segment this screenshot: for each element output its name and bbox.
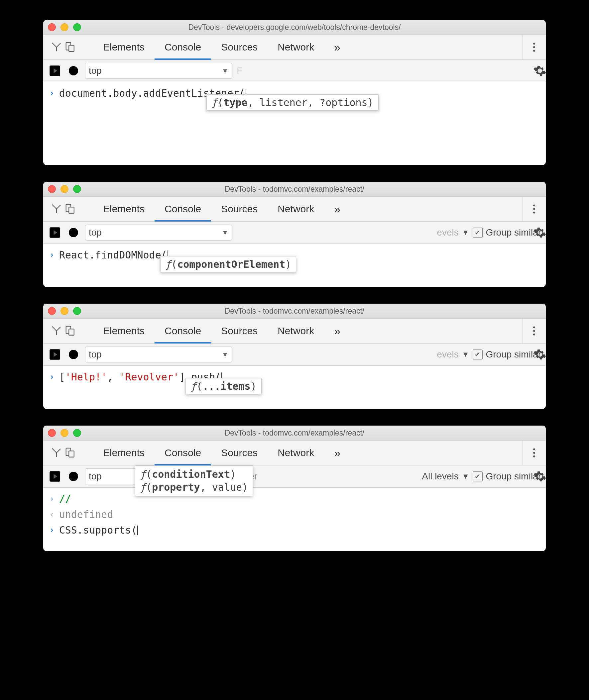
tab-sources[interactable]: Sources bbox=[211, 197, 267, 221]
levels-group: evels ▼ ✔ Group similar bbox=[437, 349, 541, 360]
gear-icon[interactable] bbox=[533, 470, 546, 483]
tab-console[interactable]: Console bbox=[155, 197, 211, 221]
clear-console-icon[interactable] bbox=[66, 226, 80, 240]
titlebar: DevTools - developers.google.com/web/too… bbox=[43, 20, 546, 35]
console-line[interactable]: ‹undefined bbox=[49, 506, 540, 522]
tab-console[interactable]: Console bbox=[155, 35, 211, 59]
zoom-icon[interactable] bbox=[73, 185, 81, 193]
chevron-down-icon[interactable]: ▼ bbox=[462, 228, 469, 237]
console-line[interactable]: ›CSS.supports( bbox=[49, 522, 540, 538]
console-code[interactable]: // bbox=[59, 493, 71, 505]
gear-icon[interactable] bbox=[533, 64, 546, 77]
console-body[interactable]: ›['Help!', 'Revolver'].push( bbox=[43, 366, 546, 409]
toggle-sidebar-icon[interactable] bbox=[48, 226, 62, 240]
group-similar-checkbox[interactable]: ✔ bbox=[473, 228, 482, 238]
chevron-down-icon: ▼ bbox=[222, 229, 228, 237]
toggle-sidebar-icon[interactable] bbox=[48, 348, 62, 361]
kebab-menu-icon[interactable] bbox=[522, 197, 546, 221]
tab-network[interactable]: Network bbox=[267, 440, 324, 465]
group-similar-checkbox[interactable]: ✔ bbox=[473, 350, 482, 359]
console-body[interactable]: ›//‹undefined›CSS.supports( bbox=[43, 488, 546, 551]
devtools-window: DevTools - todomvc.com/examples/react/ E… bbox=[43, 182, 546, 287]
svg-point-12 bbox=[533, 208, 535, 210]
minimize-icon[interactable] bbox=[60, 185, 68, 193]
context-label: top bbox=[89, 65, 102, 76]
prompt-icon: › bbox=[49, 525, 54, 535]
console-code[interactable]: undefined bbox=[59, 508, 113, 520]
console-line[interactable]: ›['Help!', 'Revolver'].push( bbox=[49, 369, 540, 385]
tab-sources[interactable]: Sources bbox=[211, 319, 267, 343]
kebab-menu-icon[interactable] bbox=[522, 35, 546, 59]
svg-point-25 bbox=[69, 350, 78, 359]
zoom-icon[interactable] bbox=[73, 23, 81, 31]
zoom-icon[interactable] bbox=[73, 307, 81, 315]
inspect-icon[interactable] bbox=[50, 447, 62, 459]
close-icon[interactable] bbox=[48, 23, 56, 31]
tab-sources[interactable]: Sources bbox=[211, 35, 267, 59]
devtools-window: DevTools - developers.google.com/web/too… bbox=[43, 20, 546, 165]
context-selector[interactable]: top ▼ bbox=[85, 347, 232, 362]
inspect-icon[interactable] bbox=[50, 41, 62, 53]
kebab-menu-icon[interactable] bbox=[522, 319, 546, 343]
gear-icon[interactable] bbox=[533, 348, 546, 361]
close-icon[interactable] bbox=[48, 307, 56, 315]
tab-network[interactable]: Network bbox=[267, 197, 324, 221]
devtools-tabbar: Elements Console Sources Network » bbox=[43, 440, 546, 465]
context-label: top bbox=[89, 471, 102, 482]
more-tabs-icon[interactable]: » bbox=[324, 197, 350, 221]
tab-elements[interactable]: Elements bbox=[93, 319, 155, 343]
traffic-lights[interactable] bbox=[48, 23, 81, 31]
chevron-down-icon[interactable]: ▼ bbox=[462, 472, 469, 481]
signature-hint: ƒ(componentOrElement) bbox=[160, 256, 296, 272]
gear-icon[interactable] bbox=[533, 226, 546, 239]
filter-input[interactable]: F bbox=[237, 65, 242, 76]
console-toolbar: top ▼ F r ƒ(type, listener, ?options) bbox=[43, 60, 546, 82]
context-selector[interactable]: top ▼ bbox=[85, 225, 232, 241]
console-code[interactable]: React.findDOMNode( bbox=[59, 249, 168, 261]
toggle-sidebar-icon[interactable] bbox=[48, 64, 62, 78]
devtools-tabbar: Elements Console Sources Network » bbox=[43, 35, 546, 60]
tab-elements[interactable]: Elements bbox=[93, 440, 155, 465]
more-tabs-icon[interactable]: » bbox=[324, 319, 350, 343]
kebab-menu-icon[interactable] bbox=[522, 440, 546, 465]
console-line[interactable]: ›// bbox=[49, 491, 540, 506]
tab-console[interactable]: Console bbox=[155, 319, 211, 343]
traffic-lights[interactable] bbox=[48, 307, 81, 315]
close-icon[interactable] bbox=[48, 185, 56, 193]
zoom-icon[interactable] bbox=[73, 429, 81, 437]
toggle-sidebar-icon[interactable] bbox=[48, 469, 62, 483]
tab-elements[interactable]: Elements bbox=[93, 197, 155, 221]
signature-hint: ƒ(...items) bbox=[185, 378, 261, 394]
device-toggle-icon[interactable] bbox=[64, 41, 76, 53]
tab-console[interactable]: Console bbox=[155, 440, 211, 465]
more-tabs-icon[interactable]: » bbox=[324, 440, 350, 465]
levels-label[interactable]: All levels bbox=[422, 471, 458, 482]
console-code[interactable]: CSS.supports( bbox=[59, 524, 138, 536]
device-toggle-icon[interactable] bbox=[64, 447, 76, 459]
inspect-icon[interactable] bbox=[50, 325, 62, 337]
minimize-icon[interactable] bbox=[60, 307, 68, 315]
minimize-icon[interactable] bbox=[60, 429, 68, 437]
minimize-icon[interactable] bbox=[60, 23, 68, 31]
clear-console-icon[interactable] bbox=[66, 469, 80, 483]
close-icon[interactable] bbox=[48, 429, 56, 437]
tab-network[interactable]: Network bbox=[267, 35, 324, 59]
group-similar-checkbox[interactable]: ✔ bbox=[473, 471, 482, 481]
svg-point-16 bbox=[69, 228, 78, 237]
device-toggle-icon[interactable] bbox=[64, 325, 76, 337]
more-tabs-icon[interactable]: » bbox=[324, 35, 350, 59]
device-toggle-icon[interactable] bbox=[64, 203, 76, 215]
inspect-icon[interactable] bbox=[50, 203, 62, 215]
clear-console-icon[interactable] bbox=[66, 348, 80, 361]
chevron-down-icon[interactable]: ▼ bbox=[462, 350, 469, 359]
tab-network[interactable]: Network bbox=[267, 319, 324, 343]
svg-rect-10 bbox=[69, 207, 74, 213]
svg-rect-28 bbox=[69, 451, 74, 457]
context-selector[interactable]: top ▼ bbox=[85, 63, 232, 79]
clear-console-icon[interactable] bbox=[66, 64, 80, 78]
traffic-lights[interactable] bbox=[48, 429, 81, 437]
traffic-lights[interactable] bbox=[48, 185, 81, 193]
tab-elements[interactable]: Elements bbox=[93, 35, 155, 59]
svg-point-11 bbox=[533, 204, 535, 206]
tab-sources[interactable]: Sources bbox=[211, 440, 267, 465]
